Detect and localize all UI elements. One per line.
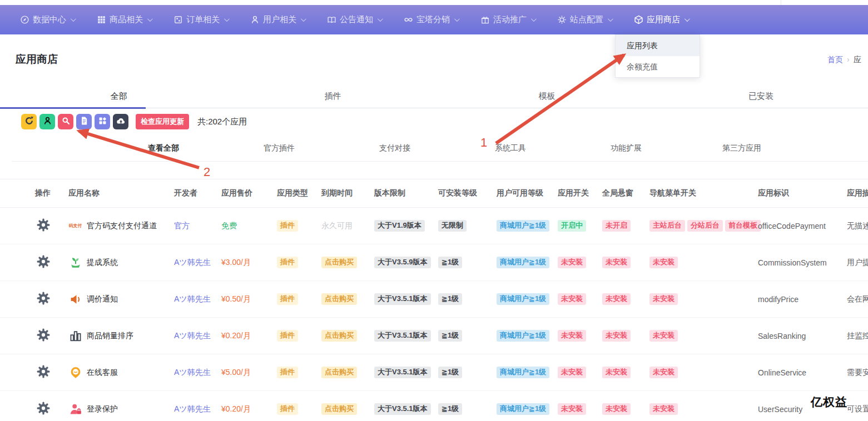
gift-icon — [480, 15, 490, 24]
nav-item-users[interactable]: 用户相关 — [250, 14, 305, 25]
row-settings-button[interactable] — [37, 402, 50, 415]
nav-item-announcements[interactable]: 公告通知 — [327, 14, 381, 25]
row-settings-button[interactable] — [37, 365, 50, 378]
developer-link[interactable]: Aツ韩先生 — [174, 404, 211, 413]
developer-link[interactable]: Aツ韩先生 — [174, 294, 211, 303]
column-header: 应用售价 — [221, 188, 277, 198]
row-settings-button[interactable] — [37, 255, 50, 268]
app-name-cell: 提成系统 — [68, 255, 174, 269]
install-level-badge: ≧1级 — [438, 257, 462, 268]
column-header: 到期时间 — [321, 188, 374, 198]
app-price: ¥5.00/月 — [221, 368, 251, 377]
user-lock-icon — [68, 402, 82, 416]
nav-item-site-config[interactable]: 站点配置 — [557, 14, 612, 25]
blocks-icon — [98, 116, 107, 128]
category-feature-extensions[interactable]: 功能扩展 — [568, 143, 684, 153]
cloud-upload-button[interactable] — [113, 114, 128, 129]
row-settings-button[interactable] — [37, 218, 50, 232]
category-system-tools[interactable]: 系统工具 — [453, 143, 568, 153]
buy-now-badge[interactable]: 点击购买 — [321, 257, 357, 268]
nav-menu-badge: 前台模板 — [725, 220, 761, 232]
expiry-cell: 永久可用 — [321, 220, 374, 231]
tab-bar: 全部插件模板已安装 — [12, 83, 868, 108]
tab-templates[interactable]: 模板 — [440, 83, 654, 108]
breadcrumb-current: 应 — [854, 55, 861, 64]
nav-item-baota-distribution[interactable]: 宝塔分销 — [404, 14, 458, 25]
version-cell: 大于V3.5.9版本 — [374, 257, 438, 268]
app-name: 商品销量排序 — [87, 331, 133, 341]
user-level-cell: 商城用户≧1级 — [497, 403, 558, 415]
version-cell: 大于V3.5.1版本 — [374, 403, 438, 415]
developer-link[interactable]: 官方 — [174, 221, 190, 230]
user-level-cell: 商城用户≧1级 — [497, 220, 558, 232]
chevron-down-icon — [454, 16, 460, 22]
category-view-all[interactable]: 查看全部 — [106, 143, 221, 153]
nav-item-app-store[interactable]: 应用商店 — [634, 14, 688, 25]
nav-item-products[interactable]: 商品相关 — [97, 14, 151, 25]
user-level-cell: 商城用户≧1级 — [497, 367, 558, 378]
table-row: 调价通知Aツ韩先生¥0.50/月插件点击购买大于V3.5.1版本≧1级商城用户≧… — [0, 281, 868, 318]
developer-link[interactable]: Aツ韩先生 — [174, 331, 211, 340]
developer-link[interactable]: Aツ韩先生 — [174, 258, 211, 267]
version-limit-badge: 大于V3.5.1版本 — [374, 367, 431, 378]
toolbar-buttons — [21, 114, 128, 129]
column-header: 用户可用等级 — [497, 188, 558, 198]
document-button[interactable] — [76, 114, 92, 129]
nav-item-label: 站点配置 — [570, 14, 603, 25]
buy-now-badge[interactable]: 点击购买 — [321, 293, 357, 305]
user-button[interactable] — [39, 114, 55, 129]
app-identifier: SalesRanking — [758, 332, 806, 340]
buy-now-badge[interactable]: 点击购买 — [321, 403, 357, 415]
nav-menu-switch-cell: 未安装 — [649, 403, 758, 415]
row-settings-button[interactable] — [37, 292, 50, 305]
type-cell: 插件 — [277, 330, 321, 342]
float-window-badge: 未安装 — [602, 403, 631, 415]
nav-item-label: 公告通知 — [340, 14, 373, 25]
nav-item-promotion[interactable]: 活动推广 — [480, 14, 535, 25]
breadcrumb: 首页›应 — [827, 55, 868, 65]
category-payment-integration[interactable]: 支付对接 — [337, 143, 453, 153]
nav-item-orders[interactable]: 订单相关 — [173, 14, 228, 25]
dropdown-item-balance-recharge[interactable]: 余额充值 — [616, 56, 700, 77]
identifier-cell: modifyPrice — [758, 294, 847, 304]
operation-cell — [35, 328, 68, 344]
app-switch-badge: 未安装 — [558, 367, 586, 378]
breadcrumb-home[interactable]: 首页 — [827, 55, 843, 64]
buy-now-badge[interactable]: 点击购买 — [321, 367, 357, 378]
category-official-plugins[interactable]: 官方插件 — [221, 143, 337, 153]
buy-now-badge[interactable]: 点击购买 — [321, 330, 357, 342]
dropdown-item-app-list[interactable]: 应用列表 — [616, 35, 700, 56]
blocks-button[interactable] — [95, 114, 110, 129]
tab-plugins[interactable]: 插件 — [226, 83, 440, 108]
user-level-badge: 商城用户≧1级 — [497, 220, 549, 232]
developer-link[interactable]: Aツ韩先生 — [174, 368, 211, 377]
version-limit-badge: 大于V1.9版本 — [374, 220, 425, 232]
category-third-party-apps[interactable]: 第三方应用 — [684, 143, 800, 153]
tab-installed[interactable]: 已安装 — [654, 83, 868, 108]
table-row: 在线客服Aツ韩先生¥5.00/月插件点击购买大于V3.5.1版本≧1级商城用户≧… — [0, 354, 868, 391]
search-button[interactable] — [58, 114, 73, 129]
version-cell: 大于V1.9版本 — [374, 220, 438, 232]
row-settings-button[interactable] — [37, 328, 50, 342]
refresh-button[interactable] — [21, 114, 37, 129]
nav-item-data-center[interactable]: 数据中心 — [20, 14, 75, 25]
compass-icon — [20, 15, 29, 24]
app-identifier: OnlineService — [758, 368, 806, 377]
float-window-badge: 未安装 — [602, 257, 631, 268]
tab-all[interactable]: 全部 — [12, 83, 226, 108]
float-window-cell: 未安装 — [602, 367, 649, 378]
version-limit-badge: 大于V3.5.1版本 — [374, 330, 431, 342]
app-type-badge: 插件 — [277, 330, 298, 342]
install-level-badge: ≧1级 — [438, 367, 462, 378]
description-cell: 无描述 — [847, 220, 868, 231]
check-updates-button[interactable]: 检查应用更新 — [136, 114, 189, 129]
app-identifier: CommissionSystem — [758, 258, 827, 267]
order-icon — [173, 15, 183, 24]
price-cell: ¥0.50/月 — [221, 294, 277, 304]
app-price: ¥0.20/月 — [221, 404, 251, 413]
nav-item-label: 活动推广 — [493, 14, 527, 25]
app-identifier: officeCodePayment — [758, 222, 826, 230]
app-type-badge: 插件 — [277, 293, 298, 305]
expiry-cell: 点击购买 — [321, 367, 374, 378]
chart-bars-icon — [68, 329, 82, 343]
